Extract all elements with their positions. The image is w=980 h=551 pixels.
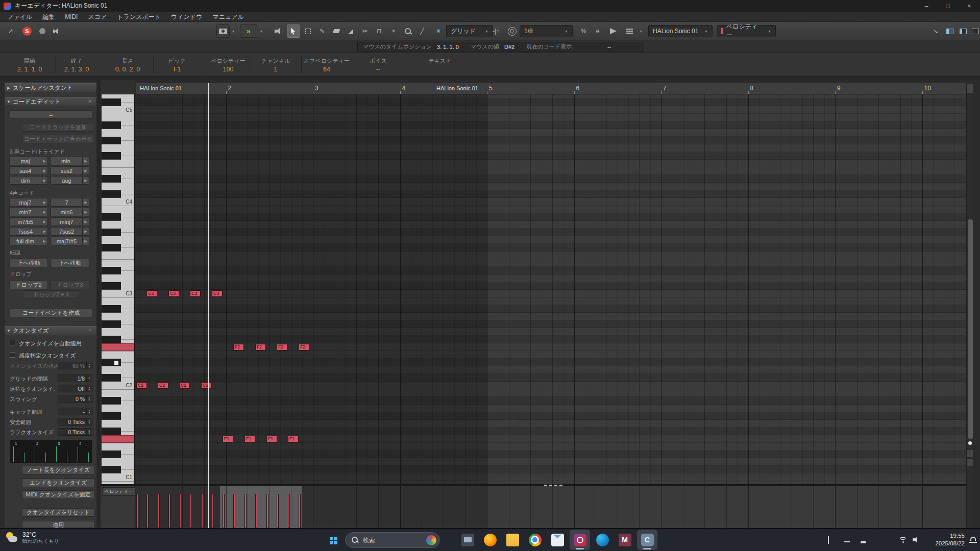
black-key[interactable] <box>102 98 121 106</box>
search-input[interactable] <box>363 537 426 544</box>
tool-line[interactable]: ╱ <box>415 24 429 38</box>
velocity-bar[interactable] <box>190 494 192 528</box>
apply-quantize-button[interactable]: 適用 <box>22 521 94 528</box>
midi-note[interactable]: F1 <box>266 436 277 442</box>
chord-sus4-button[interactable]: sus4▶ <box>9 166 48 175</box>
menu-edit[interactable]: 編集 <box>37 12 60 21</box>
section-chord-edit[interactable]: ▼コードエディット≡ <box>5 97 97 106</box>
black-key[interactable] <box>102 282 121 290</box>
stepper[interactable]: ▲▼ <box>86 418 92 425</box>
tool-zoom[interactable] <box>401 24 414 38</box>
divider-handle-dash[interactable] <box>554 485 557 486</box>
catch-range-value[interactable]: -▲▼ <box>58 408 92 415</box>
chord-fulldim-button[interactable]: full dim▶ <box>9 237 48 245</box>
scrollbar-thumb[interactable] <box>968 219 973 439</box>
velocity-bar[interactable] <box>168 494 170 528</box>
move-down-button[interactable]: 下へ移動 <box>51 259 89 267</box>
stepper[interactable]: ▲▼ <box>86 385 92 392</box>
midi-note[interactable]: C3 <box>190 290 201 297</box>
quantize-preset-dropdown[interactable]: 1/8▼ <box>520 25 573 37</box>
swing-value[interactable]: 0 %▲▼ <box>58 395 92 403</box>
note-info-value-pitch[interactable]: F1 <box>149 66 205 74</box>
vertical-scrollbar[interactable] <box>966 83 973 528</box>
black-key[interactable] <box>102 152 121 160</box>
velocity-bar[interactable] <box>212 494 214 528</box>
black-key[interactable] <box>102 213 121 221</box>
maximize-button[interactable]: □ <box>937 0 959 12</box>
midi-note[interactable]: F2 <box>233 344 244 350</box>
safe-range-value[interactable]: 0 Ticks▲▼ <box>58 418 92 425</box>
chord-min-button[interactable]: min.▶ <box>51 157 89 165</box>
velocity-bar[interactable] <box>233 494 235 528</box>
note-info-value-text[interactable] <box>412 66 468 74</box>
event-lane-dropdown[interactable]: ベロシティー▼ <box>717 25 776 37</box>
velocity-bar[interactable] <box>277 494 279 528</box>
velocity-bar[interactable] <box>223 494 225 528</box>
taskbar-app-edge[interactable] <box>592 530 612 550</box>
part-selector-dropdown[interactable]: HALion Sonic 01▼ <box>648 25 713 37</box>
quantize-panel-button[interactable]: Q <box>505 24 519 38</box>
midi-note[interactable]: C2 <box>158 382 168 389</box>
midi-note[interactable]: F2 <box>255 344 266 350</box>
note-info-value-length[interactable]: 0. 0. 2. 0 <box>100 66 156 74</box>
snap-type-dropdown[interactable]: グリッド▼ <box>446 25 493 37</box>
tool-object-selection[interactable] <box>287 24 300 38</box>
midi-input-button[interactable] <box>622 24 637 38</box>
tool-erase[interactable] <box>330 24 343 38</box>
chord-dim-button[interactable]: dim▶ <box>9 176 48 185</box>
iterative-quantize-button[interactable]: % <box>577 24 590 38</box>
midi-note[interactable]: C2 <box>136 382 147 389</box>
note-info-value-end[interactable]: 2. 1. 3. 0 <box>48 66 105 74</box>
snapshot-dropdown[interactable]: ▼ <box>230 27 236 36</box>
chord-sus2-button[interactable]: sus2▶ <box>51 166 89 175</box>
step-input-button[interactable] <box>606 24 620 38</box>
chord-min6-button[interactable]: min6▶ <box>51 208 89 216</box>
tool-trim[interactable]: ◢ <box>344 24 357 38</box>
zoom-handle-dot[interactable] <box>968 441 972 445</box>
velocity-bar[interactable] <box>201 494 203 528</box>
black-key[interactable] <box>102 175 121 183</box>
taskbar-app-cubase[interactable]: C <box>637 530 657 550</box>
start-button[interactable] <box>328 535 339 546</box>
black-key[interactable] <box>102 229 121 236</box>
tray-overflow-button[interactable] <box>828 537 829 544</box>
pin-editor-button[interactable]: ↗ <box>4 24 17 38</box>
chord-min7-button[interactable]: min7▶ <box>9 208 48 216</box>
scroll-up-box[interactable] <box>967 83 973 93</box>
piano-keyboard[interactable]: C5C4C3C2C1 <box>102 94 135 484</box>
rough-quantize-value[interactable]: 0 Ticks▲▼ <box>58 428 92 436</box>
crosshair-cursor-button[interactable]: × <box>432 24 445 38</box>
midi-note[interactable]: C3 <box>212 290 223 297</box>
create-chord-event-button[interactable]: コードイベントを作成 <box>10 309 92 317</box>
section-quantize[interactable]: ▼クオンタイズ≡ <box>5 326 97 335</box>
drop2-button[interactable]: ドロップ2 <box>9 281 48 289</box>
note-info-value-channel[interactable]: 1 <box>248 66 304 74</box>
midi-note[interactable]: F1 <box>288 436 299 442</box>
feedback-button[interactable] <box>272 24 285 38</box>
velocity-bar[interactable] <box>146 494 149 528</box>
black-key[interactable] <box>102 336 121 343</box>
quantize-note-length-button[interactable]: ノート長をクオンタイズ <box>22 466 94 474</box>
zone-splitter[interactable] <box>97 80 101 528</box>
velocity-bar[interactable] <box>299 494 301 528</box>
menu-transport[interactable]: トランスポート <box>112 12 166 21</box>
chord-7sus2-button[interactable]: 7sus2▶ <box>51 227 89 236</box>
zoom-preset-button[interactable] <box>967 449 973 458</box>
taskbar-app-chrome[interactable] <box>525 530 545 550</box>
highlighted-key[interactable] <box>102 435 135 443</box>
chord-7sus4-button[interactable]: 7sus4▶ <box>9 227 48 236</box>
taskbar-app-m365[interactable]: M <box>615 530 635 550</box>
weather-widget[interactable]: 32°C 晴れのちくもり <box>5 531 59 544</box>
velocity-bar[interactable] <box>244 494 247 528</box>
chord-m7b5-button[interactable]: m7/b5▶ <box>9 217 48 226</box>
menu-window[interactable]: ウィンドウ <box>166 12 207 21</box>
freeze-midi-quantize-button[interactable]: MIDI クオンタイズを固定 <box>22 490 94 499</box>
velocity-bar[interactable] <box>288 494 290 528</box>
chord-maj-button[interactable]: maj▶ <box>9 157 48 165</box>
length-quantize-button[interactable]: -|+ <box>489 24 503 38</box>
black-key[interactable] <box>102 450 121 458</box>
tool-split[interactable]: ✂ <box>358 24 372 38</box>
menu-manual[interactable]: マニュアル <box>207 12 249 21</box>
note-info-value-off-velocity[interactable]: 64 <box>299 66 355 74</box>
autoscroll-dropdown[interactable]: ▼ <box>258 27 264 36</box>
